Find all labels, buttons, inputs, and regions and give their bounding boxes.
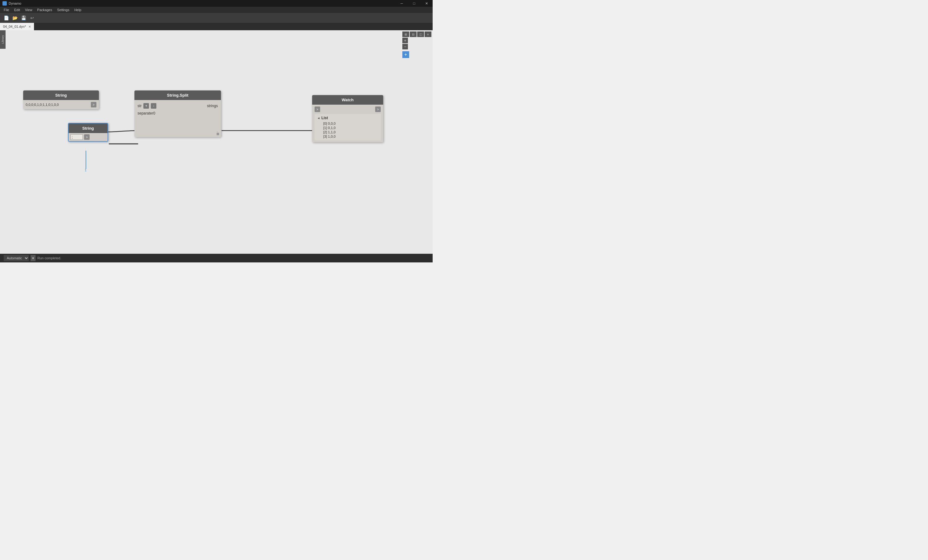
window-controls: ─ □ ✕ [395,0,433,7]
string-sep-header: String [69,123,108,133]
menu-item-settings[interactable]: Settings [55,8,72,12]
zoom-in-button[interactable]: + [402,38,408,43]
sep-port-label: separater0 [137,111,155,116]
string-node-main-header: String [23,90,99,100]
string-split-body: str + - strings separater0 ⋮ [134,100,221,137]
save-file-button[interactable]: 💾 [20,15,27,21]
watch-node: Watch > > ◄ List [0] 0,0,0 [1] [312,95,383,142]
string-sep-input[interactable] [70,134,83,140]
str-port-label: str [137,104,142,108]
str-port-row: str + - strings [137,103,218,109]
zoom-controls: + − [402,38,431,49]
menu-item-view[interactable]: View [23,8,35,12]
string-node-sep: String > [68,123,108,142]
string-sep-output-port[interactable]: > [84,134,90,140]
list-item-2: [2] 1,1,0 [317,130,378,134]
menu-item-packages[interactable]: Packages [35,8,54,12]
watch-node-body: > > ◄ List [0] 0,0,0 [1] 0,1,0 [312,105,383,142]
open-file-button[interactable]: 📂 [11,15,18,21]
remove-port-button[interactable]: - [151,103,156,109]
status-bar: Automatic ▼ Run completed. [0,254,433,262]
tab-close-button[interactable]: ✕ [28,25,31,28]
list-item-3: [3] 1,0,0 [317,134,378,138]
title-bar: Dynamo ─ □ ✕ [0,0,433,7]
string-sep-body: > [69,133,108,141]
app-title: Dynamo [9,2,21,5]
zoom-out-button[interactable]: − [402,44,408,49]
sep-port-row: separater0 [137,111,218,116]
fit-view-button[interactable]: ⊞ [402,32,409,37]
collapse-arrow-icon[interactable]: ◄ [317,116,320,120]
watch-list-header: ◄ List [317,116,378,120]
string-node-main-body: 0,0,0;0,1,0;1,1,0;1,0,0 > [23,100,99,109]
library-sidebar-toggle[interactable]: Library [0,30,6,49]
watch-output-port[interactable]: > [375,107,381,112]
canvas-area: Library ⊞ ⊟ ◫ ≡ + − + String 0,0,0;0,1,0… [0,30,433,254]
app-icon [3,1,7,6]
close-button[interactable]: ✕ [420,0,433,7]
strings-output-label: strings [207,104,218,108]
active-tab[interactable]: 04_04_01.dyn* ✕ [0,23,34,30]
list-label: List [321,116,328,120]
string-main-output-port[interactable]: > [91,102,96,107]
menu-item-help[interactable]: Help [72,8,84,12]
preview-button[interactable]: ◫ [417,32,424,37]
view-controls-row: ⊞ ⊟ ◫ ≡ [402,32,431,37]
run-mode-dropdown[interactable]: ▼ [31,255,35,261]
undo-button[interactable]: ↩ [28,15,36,21]
list-item-1: [1] 0,1,0 [317,126,378,130]
watch-top-row: > > [314,107,381,112]
status-text: Run completed. [37,256,61,260]
new-file-button[interactable]: 📄 [3,15,10,21]
connector-label: 1 [85,168,87,172]
right-controls: ⊞ ⊟ ◫ ≡ + − + [402,32,431,58]
add-port-button[interactable]: + [143,103,149,109]
add-node-button[interactable]: + [402,51,409,58]
library-label: Library [1,35,4,44]
string-main-value[interactable]: 0,0,0;0,1,0;1,1,0;1,0,0 [26,103,89,107]
string-node-main: String 0,0,0;0,1,0;1,1,0;1,0,0 > [23,90,99,109]
watch-input-port[interactable]: > [314,107,320,112]
string-split-header: String.Split [134,90,221,100]
watch-node-header: Watch [312,95,383,105]
tab-bar: 04_04_01.dyn* ✕ [0,23,433,30]
string-split-node: String.Split str + - strings separater0 … [134,90,221,137]
grid-button[interactable]: ⊟ [410,32,417,37]
list-item-0: [0] 0,0,0 [317,121,378,126]
tab-filename: 04_04_01.dyn* [3,25,26,28]
menu-item-edit[interactable]: Edit [12,8,23,12]
list-view-button[interactable]: ≡ [424,32,431,37]
toolbar: 📄 📂 💾 ↩ [0,13,433,23]
menu-bar: FileEditViewPackagesSettingsHelp [0,7,433,13]
minimize-button[interactable]: ─ [395,0,408,7]
run-mode-select[interactable]: Automatic [4,255,29,261]
maximize-button[interactable]: □ [408,0,420,7]
watch-list: ◄ List [0] 0,0,0 [1] 0,1,0 [2] 1,1,0 [314,114,381,140]
menu-item-file[interactable]: File [1,8,12,12]
resize-icon: ⋮ [215,131,219,135]
